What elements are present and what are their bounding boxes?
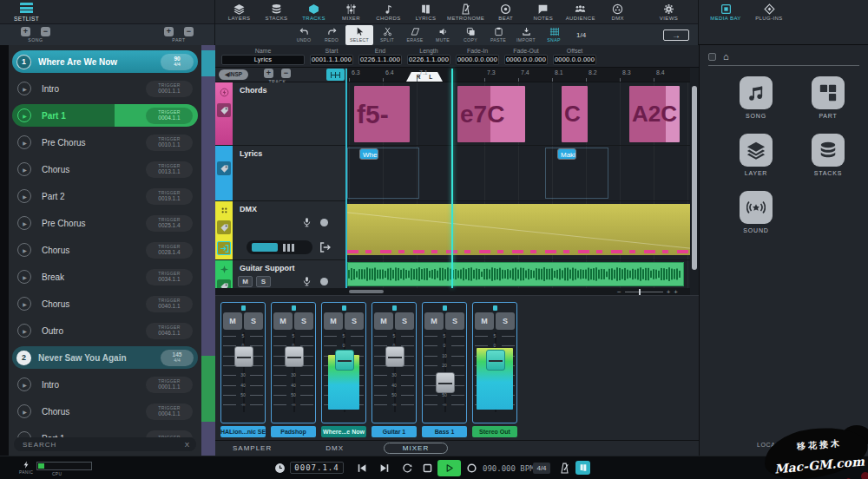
chords-lane[interactable]: f5-e7CCA2C (347, 82, 690, 145)
lyrics-view-button[interactable] (575, 461, 590, 475)
toolbar-lyrics[interactable]: LYRICS (407, 1, 444, 23)
setlist-item-break[interactable]: ▶BreakTRIGGER0034.1.1 (12, 266, 198, 288)
inspector-value-fade-out[interactable]: 0000.0.0.000 (504, 55, 548, 65)
channel-fader[interactable]: 501020304050-∞ (424, 332, 464, 412)
mixer-channel-guitar-1[interactable]: MS501020304050-∞ (372, 302, 417, 423)
input-routing-icon[interactable] (217, 241, 231, 255)
media-bay-layer[interactable]: LAYER (728, 134, 784, 176)
remove-part-button[interactable]: − (184, 27, 194, 36)
channel-mute-button[interactable]: M (223, 312, 242, 330)
remove-song-button[interactable]: − (41, 27, 50, 36)
zoom-slider-thumb[interactable] (639, 289, 641, 295)
lyrics-lane[interactable]: Where are we nowMaking us ever last (347, 146, 690, 200)
channel-solo-button[interactable]: S (496, 312, 515, 330)
skip-forward-button[interactable] (379, 463, 391, 474)
channel-solo-button[interactable]: S (244, 312, 263, 330)
inspector-toggle-button[interactable]: ◀INSP (219, 69, 248, 80)
channel-name-guitar-1[interactable]: Guitar 1 (372, 426, 417, 437)
play-part-icon[interactable]: ▶ (17, 431, 31, 437)
setlist-item-part-1[interactable]: ▶Part 1TRIGGER0004.1.1 (12, 104, 198, 127)
lyric-event[interactable]: Making us ever last (545, 148, 608, 199)
play-part-icon[interactable]: ▶ (17, 404, 31, 418)
setlist-item-intro[interactable]: ▶IntroTRIGGER0001.1.1 (12, 373, 198, 396)
sparkle-icon[interactable] (217, 262, 231, 276)
chord-event-a2c[interactable]: A2C (629, 86, 680, 142)
record-enable-button[interactable] (320, 219, 328, 226)
toolbar-plug-ins[interactable]: PLUG-INS (747, 1, 791, 23)
slider-grip[interactable] (283, 244, 294, 252)
mixer-channel-bass-1[interactable]: MS501020304050-∞ (422, 302, 467, 423)
solo-button[interactable]: S (256, 276, 271, 287)
mixer-channel-padshop[interactable]: MS501020304050-∞ (271, 302, 316, 423)
timeline-ruler[interactable]: R L 6.36.47.17.37.48.18.28.38.4 (347, 68, 690, 82)
channel-fader[interactable]: 501020304050-∞ (324, 332, 364, 412)
tool-paste[interactable]: PASTE (484, 25, 512, 45)
chord-pad-icon[interactable] (217, 85, 231, 99)
mixer-channel-where-e-now[interactable]: MS501020304050-∞ (321, 302, 366, 423)
inspector-value-fade-in[interactable]: 0000.0.0.000 (456, 55, 499, 65)
track-header-lyrics[interactable]: Lyrics (215, 146, 347, 200)
play-part-icon[interactable]: ▶ (17, 324, 31, 338)
dice-icon[interactable] (217, 203, 231, 217)
lyric-event[interactable]: Where are we now (347, 148, 419, 199)
panic-button[interactable]: PANIC (19, 460, 33, 475)
inspector-value-start[interactable]: 0001.1.1.000 (310, 55, 353, 65)
play-part-icon[interactable]: ▶ (17, 297, 31, 311)
song-header-2[interactable]: 2Never Saw You Again1454/4 (12, 346, 198, 369)
setlist-item-chorus[interactable]: ▶ChorusTRIGGER0004.1.1 (12, 400, 198, 423)
inspector-value-end[interactable]: 0226.1.1.000 (358, 55, 402, 65)
track-header-guitar[interactable]: Guitar Support M S (215, 260, 347, 288)
track-header-chords[interactable]: Chords (215, 82, 347, 145)
search-bar[interactable]: X (14, 437, 196, 451)
time-position-display[interactable]: 0007.1.4 (290, 462, 344, 474)
track-header-dmx[interactable]: DMX (215, 201, 347, 259)
remove-track-button[interactable]: − (281, 69, 291, 78)
search-close-button[interactable]: X (185, 441, 189, 449)
channel-mute-button[interactable]: M (374, 312, 393, 330)
fader-cap[interactable] (234, 346, 253, 367)
toolbar-dmx[interactable]: DMX (599, 1, 636, 23)
forward-button[interactable]: → (663, 30, 689, 41)
setlist-item-pre-chorus[interactable]: ▶Pre ChorusTRIGGER0025.1.4 (12, 212, 198, 234)
channel-fader[interactable]: 501020304050-∞ (475, 332, 515, 412)
filter-checkbox[interactable] (708, 53, 716, 61)
zoom-controls[interactable]: − + + (617, 288, 678, 295)
toolbar-views[interactable]: VIEWS (650, 1, 687, 23)
tool-erase[interactable]: ERASE (401, 25, 429, 45)
channel-solo-button[interactable]: S (395, 312, 414, 330)
channel-solo-button[interactable]: S (445, 312, 464, 330)
toolbar-notes[interactable]: NOTES (524, 1, 562, 23)
record-enable-button[interactable] (320, 278, 328, 285)
tool-redo[interactable]: REDO (318, 25, 345, 45)
channel-solo-button[interactable]: S (345, 312, 364, 330)
play-part-icon[interactable]: ▶ (17, 189, 31, 203)
tool-undo[interactable]: UNDO (290, 25, 318, 45)
tag-icon[interactable] (217, 103, 231, 117)
play-part-icon[interactable]: ▶ (17, 135, 31, 149)
song-header-1[interactable]: 1Where Are We Now904/4 (12, 50, 198, 73)
media-bay-part[interactable]: PART (800, 76, 856, 119)
stop-button[interactable] (422, 463, 433, 474)
channel-fader[interactable]: 501020304050-∞ (273, 332, 313, 412)
setlist-item-part-2[interactable]: ▶Part 2TRIGGER0019.1.1 (12, 185, 198, 207)
channel-mute-button[interactable]: M (273, 312, 293, 330)
tool-select[interactable]: SELECT (345, 25, 373, 45)
chord-event-e7c[interactable]: e7C (457, 86, 525, 142)
play-button[interactable] (437, 460, 461, 476)
channel-name-stereo-out[interactable]: Stereo Out (472, 426, 517, 437)
add-track-button[interactable]: + (264, 69, 273, 78)
mixer-channel-stereo-out[interactable]: MS501020304050-∞ (472, 302, 517, 423)
setlist-scroll-strip[interactable] (201, 45, 215, 456)
vertical-scrollbar[interactable] (692, 86, 697, 270)
fader-cap[interactable] (385, 346, 404, 367)
inspector-value-offset[interactable]: 0000.0.0.000 (553, 55, 596, 65)
fader-cap[interactable] (335, 350, 354, 371)
tag-icon[interactable] (217, 220, 231, 234)
mixer-channel-halion-nic-se[interactable]: MS501020304050-∞ (220, 302, 266, 423)
channel-name-where-e-now[interactable]: Where...e Now (321, 426, 366, 437)
channel-name-halion-nic-se[interactable]: HALion...nic SE (220, 426, 266, 437)
add-part-button[interactable]: + (164, 27, 174, 36)
toolbar-beat[interactable]: BEAT (487, 1, 524, 23)
toolbar-tracks[interactable]: TRACKS (295, 1, 332, 23)
toolbar-media-bay[interactable]: MEDIA BAY (704, 1, 747, 23)
